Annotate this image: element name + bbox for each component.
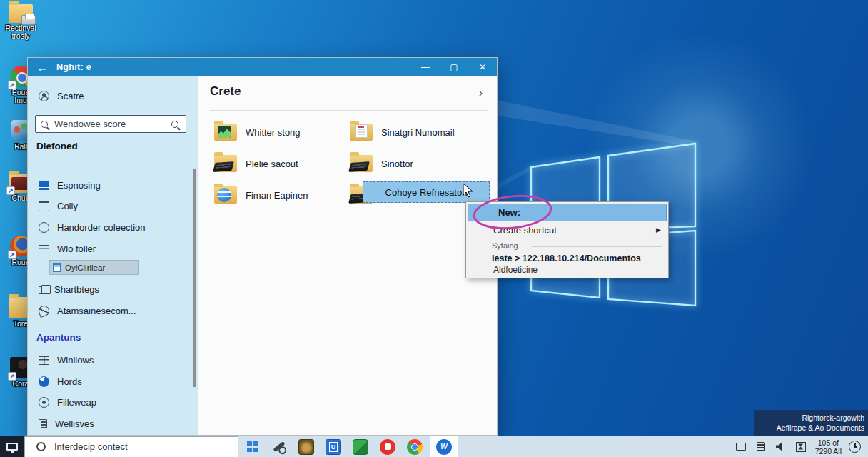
back-button[interactable]: ←	[28, 61, 56, 74]
file-name: Whitter stong	[246, 127, 301, 138]
sidebar-search-box[interactable]	[35, 115, 186, 133]
search-icon	[41, 121, 48, 128]
sidebar-item-hords[interactable]: Hords	[28, 373, 198, 389]
tray-display[interactable]	[735, 441, 747, 453]
shortcut-arrow-icon: ↗	[8, 81, 16, 89]
speaker-icon	[776, 442, 786, 452]
file-item-fiman[interactable]: Fiman Eapinerr	[214, 181, 350, 209]
circle-icon	[39, 222, 49, 233]
sidebar-scrollbar[interactable]	[193, 169, 196, 387]
sidebar-selected-subitem[interactable]: OylClirilear	[49, 260, 139, 275]
document-icon	[53, 263, 61, 272]
shortcut-arrow-icon: ↗	[6, 186, 15, 195]
sidebar-item-wlo-foller[interactable]: Wlo foller	[28, 241, 198, 256]
taskbar-app-blue-u[interactable]: U	[325, 438, 342, 456]
sidebar-item-account[interactable]: Scatre	[28, 88, 198, 104]
tray-time-line1: 105 of	[815, 438, 842, 447]
desktop-icon-label: Rectinval trosly	[1, 24, 40, 40]
file-name: Fiman Eapinerr	[246, 190, 309, 201]
context-menu-item-create-shortcut[interactable]: Create shortcut ▶	[468, 222, 667, 238]
minimize-button[interactable]: —	[411, 58, 440, 76]
taskbar-app-red[interactable]	[379, 438, 396, 456]
folder-keyboard-icon	[350, 155, 373, 172]
sidebar-item-label: Atamsainesecom...	[57, 306, 136, 316]
chevron-right-icon[interactable]: ›	[479, 86, 483, 99]
start-button[interactable]	[243, 438, 261, 456]
taskbar-app-tool[interactable]	[271, 438, 288, 456]
sidebar-item-colly[interactable]: Colly	[28, 198, 198, 214]
sidebar-item-label: Wlo foller	[57, 243, 96, 254]
sidebar-item-label: Hords	[57, 376, 82, 387]
sidebar-item-label: Colly	[57, 201, 78, 211]
pen-icon	[37, 303, 51, 317]
desktop-icon-rectinval[interactable]: Rectinval trosly	[1, 4, 40, 40]
account-icon	[39, 91, 49, 101]
folder-printer-icon	[9, 4, 33, 23]
clock-icon[interactable]	[849, 441, 861, 453]
clock-icon	[39, 376, 49, 387]
file-item-sinottor[interactable]: Sinottor	[350, 149, 485, 178]
taskbar-search-input[interactable]	[53, 441, 238, 453]
sidebar-item-winllows[interactable]: Winllows	[28, 352, 198, 368]
sidebar: Scatre Diefoned Espnosing Colly	[28, 76, 198, 435]
page-title: Crete	[210, 84, 241, 99]
tray-volume[interactable]	[774, 441, 787, 453]
game-icon	[298, 439, 314, 455]
sidebar-item-atamsaine[interactable]: Atamsainesecom...	[28, 303, 198, 318]
windows-logo-icon	[247, 441, 258, 452]
sidebar-item-label: Espnosing	[57, 180, 101, 191]
taskbar-app-chrome[interactable]	[406, 438, 423, 456]
chrome-icon	[407, 439, 423, 455]
list-icon	[39, 181, 49, 190]
tray-clock-text[interactable]: 105 of 7290 All	[815, 438, 842, 456]
selected-file-cohoye[interactable]: Cohoye Refnesaton	[363, 181, 490, 203]
storage-icon	[757, 442, 765, 451]
display-icon	[6, 443, 18, 451]
copy-pages-icon	[39, 286, 46, 294]
maximize-button[interactable]: ▢	[440, 58, 468, 76]
search-ring-icon	[36, 442, 46, 451]
titlebar[interactable]: ← Nghit: e — ▢ ✕	[28, 58, 497, 76]
file-item-plelie[interactable]: Plelie sacout	[214, 149, 350, 178]
tray-time-line2: 7290 All	[815, 447, 842, 456]
menu-item-label: New:	[498, 207, 520, 218]
file-name: Sinottor	[381, 159, 413, 169]
active-app-icon: W	[436, 439, 452, 455]
file-name: Cohoye Refnesaton	[385, 187, 468, 198]
context-menu: New: Create shortcut ▶ Sytaing Ieste > 1…	[465, 201, 669, 278]
window-title: Nghit: e	[56, 62, 91, 72]
close-button[interactable]: ✕	[468, 58, 497, 76]
sidebar-item-label: Handorder coleection	[57, 222, 146, 233]
task-view-button[interactable]	[0, 436, 24, 457]
taskbar-app-game[interactable]	[298, 438, 315, 456]
sidebar-item-label: Wellisves	[55, 418, 94, 429]
tray-hourglass[interactable]	[794, 441, 807, 453]
sidebar-section-header: Diefoned	[36, 141, 78, 151]
menu-item-label: Create shortcut	[493, 225, 557, 236]
file-item-whitter[interactable]: Whitter stong	[214, 118, 350, 146]
context-menu-path-text2: Aldfoeticine	[493, 265, 538, 275]
settings-window: ← Nghit: e — ▢ ✕ Scatre Diefoned	[27, 57, 498, 436]
search-input[interactable]	[53, 118, 166, 130]
file-name: Sinatgri Nunomail	[381, 127, 455, 138]
sidebar-item-shartbtegs[interactable]: Shartbtegs	[28, 281, 198, 297]
folder-globe-icon	[214, 186, 237, 204]
sidebar-item-espnosing[interactable]: Espnosing	[28, 177, 198, 193]
context-menu-path-text[interactable]: Ieste > 122.188.10.214/Documentos	[492, 253, 641, 263]
sidebar-item-handorder[interactable]: Handorder coleection	[28, 219, 198, 235]
blue-u-app-icon: U	[326, 439, 341, 455]
file-item-sinatgri[interactable]: Sinatgri Nunomail	[350, 118, 485, 146]
context-menu-item-new[interactable]: New:	[468, 204, 667, 221]
file-name: Plelie sacout	[246, 159, 298, 169]
desktop: Rectinval trosly ↗ Poue Imo Rall ↗ Chue …	[0, 0, 868, 457]
taskbar-app-green[interactable]	[352, 438, 369, 456]
sidebar-section-header: Apantuns	[36, 332, 81, 343]
taskbar-app-active[interactable]: W	[430, 436, 458, 457]
tray-storage[interactable]	[755, 441, 767, 453]
shortcut-arrow-icon: ↗	[8, 372, 16, 381]
sidebar-item-wellisves[interactable]: Wellisves	[28, 416, 198, 431]
tooltip-line: Rightorck-argowith	[754, 413, 864, 423]
circle-dot-icon	[39, 397, 49, 408]
taskbar-search-box[interactable]	[24, 436, 238, 457]
sidebar-item-filleweap[interactable]: Filleweap	[28, 394, 198, 410]
